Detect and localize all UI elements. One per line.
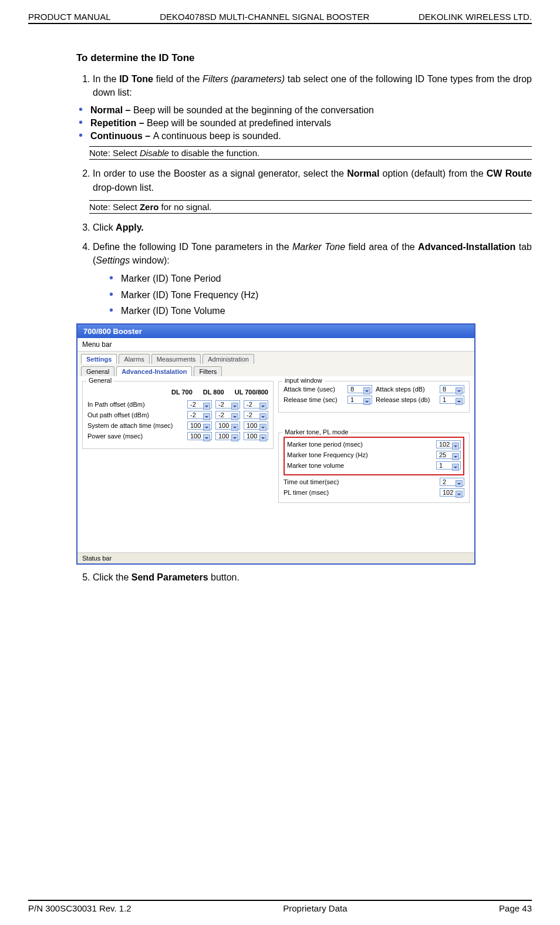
tab-administration[interactable]: Administration — [203, 354, 254, 364]
select-attack-time[interactable]: 8 — [348, 385, 372, 393]
select-r2-dl700[interactable]: -2 — [187, 411, 212, 419]
fieldset-input-window-title: input window — [282, 377, 325, 384]
label-marker-frequency: Marker tone Frequency (Hz) — [287, 451, 433, 458]
header-right: DEKOLINK WIRELESS LTD. — [419, 12, 532, 22]
note-disable: Note: Select Disable to disable the func… — [89, 146, 532, 160]
section-title: To determine the ID Tone — [76, 52, 532, 64]
col-dl800: DL 800 — [203, 389, 224, 396]
select-r1-dl700[interactable]: -2 — [187, 400, 212, 409]
fieldset-input-window: input window Attack time (usec) 8 Attack… — [278, 381, 470, 413]
page-header: PRODUCT MANUAL DEKO4078SD MULTI-CHANNEL … — [28, 12, 532, 24]
select-pl-timer[interactable]: 102 — [440, 488, 464, 497]
fieldset-marker-tone-title: Marker tone, PL mode — [282, 428, 350, 436]
screenshot-booster-window: 700/800 Booster Menu bar Settings Alarms… — [76, 323, 475, 565]
label-deattach-time: System de attach time (msec) — [87, 422, 184, 429]
footer-left: P/N 300SC30031 Rev. 1.2 — [28, 903, 131, 913]
note-zero: Note: Select Zero for no signal. — [89, 200, 532, 214]
window-title-bar: 700/800 Booster — [77, 325, 474, 338]
step-1: In the ID Tone field of the Filters (par… — [93, 72, 532, 99]
menu-bar[interactable]: Menu bar — [77, 338, 474, 352]
col-ul700800: UL 700/800 — [235, 389, 268, 396]
select-r2-dl800[interactable]: -2 — [215, 411, 240, 419]
subtab-general[interactable]: General — [81, 366, 114, 376]
label-attack-steps: Attack steps (dB) — [376, 386, 436, 393]
subtab-filters[interactable]: Filters — [194, 366, 222, 376]
tab-row-primary: Settings Alarms Measurments Administrati… — [77, 352, 474, 364]
select-r3-ul[interactable]: 100 — [244, 421, 268, 430]
fieldset-general: General DL 700 DL 800 UL 700/800 In Path… — [82, 381, 274, 449]
select-r2-ul[interactable]: -2 — [244, 411, 268, 419]
label-pl-timer: PL timer (msec) — [284, 489, 436, 496]
step-3: Click Apply. — [93, 221, 532, 234]
select-r1-ul[interactable]: -2 — [244, 400, 268, 409]
tab-row-secondary: General Advanced-Instalation Filters — [77, 364, 474, 376]
select-marker-period[interactable]: 102 — [436, 440, 461, 448]
select-timeout-timer[interactable]: 2 — [440, 478, 464, 486]
subtab-advanced-installation[interactable]: Advanced-Instalation — [116, 366, 192, 376]
label-marker-period: Marker tone period (msec) — [287, 441, 433, 448]
select-r4-dl800[interactable]: 100 — [215, 432, 240, 440]
bullet-normal: Normal – Beep will be sounded at the beg… — [76, 105, 532, 116]
bullet-marker-period: Marker (ID) Tone Period — [93, 272, 532, 285]
select-r3-dl700[interactable]: 100 — [187, 421, 212, 430]
tab-alarms[interactable]: Alarms — [119, 354, 149, 364]
label-attack-time: Attack time (usec) — [284, 386, 344, 393]
header-left: PRODUCT MANUAL — [28, 12, 111, 22]
select-marker-frequency[interactable]: 25 — [436, 451, 461, 459]
select-attack-steps[interactable]: 8 — [440, 385, 464, 393]
label-power-save: Power save (msec) — [87, 433, 184, 440]
select-r4-ul[interactable]: 100 — [244, 432, 268, 440]
footer-center: Proprietary Data — [283, 903, 347, 913]
step-2: In order to use the Booster as a signal … — [93, 167, 532, 194]
bullet-marker-volume: Marker (ID) Tone Volume — [93, 304, 532, 318]
select-marker-volume[interactable]: 1 — [436, 461, 461, 470]
fieldset-general-title: General — [86, 377, 114, 384]
bullet-repetition: Repetition – Beep will be sounded at pre… — [76, 118, 532, 129]
page-footer: P/N 300SC30031 Rev. 1.2 Proprietary Data… — [28, 900, 532, 913]
label-release-steps: Release steps (db) — [376, 396, 436, 403]
tab-measurements[interactable]: Measurments — [151, 354, 201, 364]
label-release-time: Release time (sec) — [284, 396, 344, 403]
col-dl700: DL 700 — [171, 389, 193, 396]
select-release-steps[interactable]: 1 — [440, 396, 464, 404]
row-power-save: Power save (msec) 100 100 100 — [87, 432, 268, 440]
step-4: Define the following ID Tone parameters … — [93, 240, 532, 318]
select-release-time[interactable]: 1 — [348, 396, 372, 404]
header-center: DEKO4078SD MULTI-CHANNEL SIGNAL BOOSTER — [160, 12, 369, 22]
fieldset-marker-tone: Marker tone, PL mode Marker tone period … — [278, 433, 470, 503]
bullet-continuous: Continuous – A continuous beep is sounde… — [76, 131, 532, 141]
label-in-path-offset: In Path offset (dBm) — [87, 401, 184, 408]
select-r4-dl700[interactable]: 100 — [187, 432, 212, 440]
row-in-path-offset: In Path offset (dBm) -2 -2 -2 — [87, 400, 268, 409]
label-out-path-offset: Out path offset (dBm) — [87, 411, 184, 418]
label-marker-volume: Marker tone volume — [287, 462, 433, 469]
bullet-marker-frequency: Marker (ID) Tone Frequency (Hz) — [93, 288, 532, 302]
status-bar: Status bar — [77, 552, 474, 563]
tab-settings[interactable]: Settings — [81, 354, 117, 364]
footer-right: Page 43 — [499, 903, 532, 913]
select-r1-dl800[interactable]: -2 — [215, 400, 240, 409]
select-r3-dl800[interactable]: 100 — [215, 421, 240, 430]
row-out-path-offset: Out path offset (dBm) -2 -2 -2 — [87, 411, 268, 419]
highlight-marker-tone: Marker tone period (msec)102 Marker tone… — [284, 437, 464, 475]
label-timeout-timer: Time out timer(sec) — [284, 478, 436, 485]
row-deattach-time: System de attach time (msec) 100 100 100 — [87, 421, 268, 430]
step-5: Click the Send Parameters button. — [93, 570, 532, 584]
